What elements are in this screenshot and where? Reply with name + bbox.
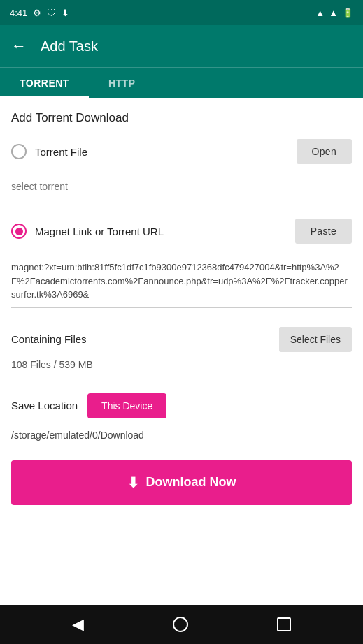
download-now-icon: ⬇ [127, 474, 139, 491]
settings-icon: ⚙ [33, 8, 41, 18]
status-bar: 4:41 ⚙ 🛡 ⬇ ▲ ▲ 🔋 [0, 0, 363, 25]
save-location-row: Save Location This Device [0, 386, 363, 425]
select-files-button[interactable]: Select Files [279, 327, 352, 352]
back-button[interactable]: ← [11, 37, 27, 55]
nav-recent-button[interactable] [277, 617, 291, 631]
magnet-text: magnet:?xt=urn:btih:81ff5fc1df7c1fb9300e… [11, 255, 352, 308]
divider-1 [0, 210, 363, 210]
magnet-link-row: Magnet Link or Torrent URL Paste [0, 213, 363, 249]
torrent-file-label: Torrent File [35, 146, 87, 158]
status-right: ▲ ▲ 🔋 [315, 8, 353, 18]
select-torrent-input[interactable] [11, 175, 352, 198]
torrent-file-radio[interactable] [11, 144, 27, 159]
signal-icon: ▲ [329, 8, 338, 18]
tab-torrent[interactable]: TORRENT [0, 68, 89, 98]
download-now-label: Download Now [146, 475, 236, 490]
nav-back-button[interactable]: ◀ [72, 615, 84, 634]
divider-3 [0, 383, 363, 383]
section-title: Add Torrent Download [0, 98, 363, 133]
save-location-label: Save Location [11, 400, 78, 411]
status-left: 4:41 ⚙ 🛡 ⬇ [10, 8, 69, 18]
app-bar: ← Add Task [0, 25, 363, 67]
torrent-file-row: Torrent File Open [0, 133, 363, 170]
select-torrent-row [0, 173, 363, 207]
main-content: Add Torrent Download Torrent File Open M… [0, 98, 363, 605]
divider-2 [0, 314, 363, 314]
download-btn-container: ⬇ Download Now [0, 451, 363, 519]
magnet-option-left: Magnet Link or Torrent URL [11, 224, 164, 239]
torrent-file-option-left: Torrent File [11, 144, 87, 159]
wifi-icon: ▲ [315, 8, 325, 18]
download-icon: ⬇ [62, 8, 69, 18]
open-button[interactable]: Open [297, 139, 352, 164]
nav-home-button[interactable] [173, 617, 188, 632]
magnet-radio[interactable] [11, 224, 27, 239]
containing-files-label: Containing Files [11, 333, 87, 345]
tab-http[interactable]: HTTP [89, 68, 155, 98]
app-bar-title: Add Task [41, 38, 98, 54]
files-count: 108 Files / 539 MB [0, 356, 363, 380]
bottom-nav: ◀ [0, 605, 363, 644]
magnet-label: Magnet Link or Torrent URL [35, 226, 164, 237]
paste-button[interactable]: Paste [295, 219, 352, 244]
storage-path: /storage/emulated/0/Download [0, 425, 363, 451]
containing-files-row: Containing Files Select Files [0, 317, 363, 356]
this-device-button[interactable]: This Device [87, 393, 166, 418]
tabs-container: TORRENT HTTP [0, 67, 363, 98]
shield-icon: 🛡 [47, 8, 56, 18]
status-time: 4:41 [10, 8, 27, 18]
battery-icon: 🔋 [342, 8, 353, 18]
download-now-button[interactable]: ⬇ Download Now [11, 460, 352, 505]
magnet-radio-inner [15, 228, 23, 235]
